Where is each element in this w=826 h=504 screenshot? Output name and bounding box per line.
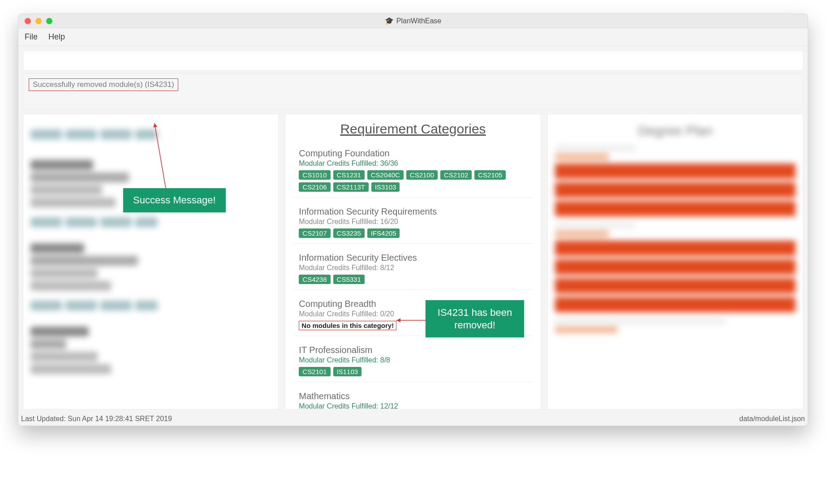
category-name: Computing Foundation bbox=[299, 148, 527, 159]
module-chip[interactable]: CS1010 bbox=[299, 170, 330, 180]
module-list-panel bbox=[23, 114, 279, 409]
category-name: IT Professionalism bbox=[299, 345, 527, 355]
app-window: 🎓 PlanWithEase File Help Successfully re… bbox=[18, 13, 808, 426]
category-credits: Modular Credits Fulfilled: 8/8 bbox=[299, 356, 527, 364]
module-chip[interactable]: CS2040C bbox=[367, 170, 404, 180]
menu-help[interactable]: Help bbox=[48, 32, 65, 42]
requirements-panel: Requirement Categories Computing Foundat… bbox=[285, 114, 541, 409]
callout-success-message: Success Message! bbox=[123, 188, 226, 212]
titlebar: 🎓 PlanWithEase bbox=[18, 14, 808, 28]
degree-plan-title: Degree Plan bbox=[555, 123, 796, 138]
module-chip[interactable]: CS2101 bbox=[299, 367, 330, 376]
module-chip-row: CS2107CS3235IFS4205 bbox=[299, 228, 527, 238]
status-last-updated: Last Updated: Sun Apr 14 19:28:41 SRET 2… bbox=[21, 415, 172, 423]
module-chip[interactable]: CS2100 bbox=[406, 170, 438, 180]
category-credits: Modular Credits Fulfilled: 36/36 bbox=[299, 159, 527, 168]
module-chip[interactable]: CS2106 bbox=[299, 182, 330, 192]
requirement-category: MathematicsModular Credits Fulfilled: 12… bbox=[293, 387, 532, 409]
empty-category-label: No modules in this category! bbox=[299, 321, 396, 330]
module-chip[interactable]: IS3103 bbox=[371, 182, 400, 192]
status-data-path: data/moduleList.json bbox=[739, 415, 805, 423]
requirements-scroll[interactable]: Computing FoundationModular Credits Fulf… bbox=[285, 142, 540, 409]
category-credits: Modular Credits Fulfilled: 12/12 bbox=[299, 402, 527, 409]
module-chip[interactable]: CS3235 bbox=[333, 228, 365, 238]
window-title: PlanWithEase bbox=[396, 17, 442, 25]
module-chip[interactable]: CS5331 bbox=[333, 275, 365, 284]
module-chip[interactable]: CS4238 bbox=[299, 275, 330, 284]
requirements-title: Requirement Categories bbox=[285, 114, 540, 142]
module-chip-row: CS2101IS1103 bbox=[299, 367, 527, 376]
message-area: Successfully removed module(s) (IS4231) bbox=[23, 73, 803, 109]
degree-plan-panel: Degree Plan bbox=[547, 114, 803, 409]
requirement-category: Information Security ElectivesModular Cr… bbox=[293, 248, 532, 290]
module-chip-row: CS4238CS5331 bbox=[299, 275, 527, 284]
module-chip[interactable]: CS2105 bbox=[474, 170, 506, 180]
module-chip[interactable]: CS2102 bbox=[440, 170, 472, 180]
window-title-wrap: 🎓 PlanWithEase bbox=[18, 17, 808, 25]
success-message: Successfully removed module(s) (IS4231) bbox=[29, 78, 178, 91]
graduation-cap-icon: 🎓 bbox=[385, 17, 394, 25]
category-name: Mathematics bbox=[299, 391, 527, 401]
status-bar: Last Updated: Sun Apr 14 19:28:41 SRET 2… bbox=[18, 413, 808, 426]
module-chip[interactable]: CS1231 bbox=[333, 170, 365, 180]
module-chip[interactable]: CS2113T bbox=[333, 182, 369, 192]
main-columns: Requirement Categories Computing Foundat… bbox=[18, 114, 808, 413]
category-credits: Modular Credits Fulfilled: 16/20 bbox=[299, 218, 527, 226]
module-chip[interactable]: IS1103 bbox=[333, 367, 362, 376]
requirement-category: IT ProfessionalismModular Credits Fulfil… bbox=[293, 340, 532, 382]
category-name: Information Security Requirements bbox=[299, 207, 527, 217]
module-chip[interactable]: IFS4205 bbox=[367, 228, 400, 238]
requirement-category: Information Security RequirementsModular… bbox=[293, 202, 532, 244]
callout-removed: IS4231 has been removed! bbox=[426, 300, 524, 337]
command-input[interactable] bbox=[23, 51, 803, 71]
module-chip-row: CS1010CS1231CS2040CCS2100CS2102CS2105CS2… bbox=[299, 170, 527, 192]
requirement-category: Computing FoundationModular Credits Fulf… bbox=[293, 144, 532, 198]
module-chip[interactable]: CS2107 bbox=[299, 228, 330, 238]
menubar: File Help bbox=[18, 28, 808, 46]
menu-file[interactable]: File bbox=[25, 32, 38, 42]
category-credits: Modular Credits Fulfilled: 8/12 bbox=[299, 264, 527, 272]
category-name: Information Security Electives bbox=[299, 253, 527, 263]
